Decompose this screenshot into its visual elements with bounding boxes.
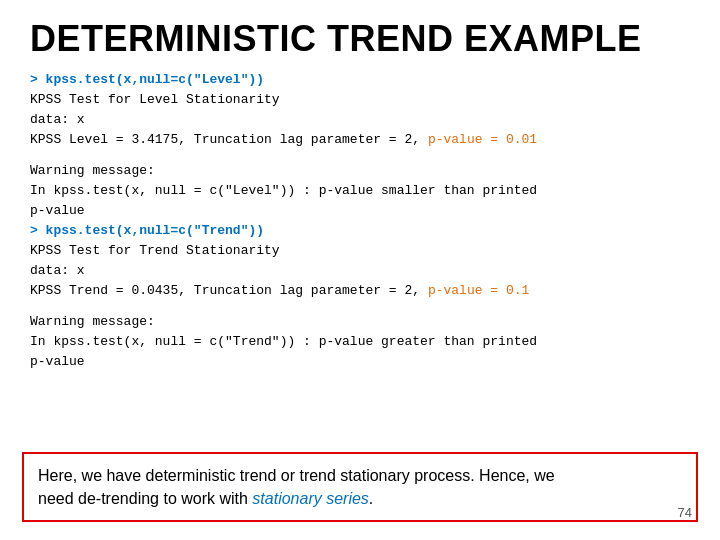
bottom-text-line2-end: . [369, 490, 373, 507]
page-number: 74 [678, 505, 692, 520]
warning1-line2: In kpss.test(x, null = c("Level")) : p-v… [30, 181, 690, 201]
warning1-line1: Warning message: [30, 161, 690, 181]
bottom-text-highlight: stationary series [252, 490, 369, 507]
code-section: > kpss.test(x,null=c("Level")) KPSS Test… [0, 70, 720, 372]
kpss-level-plain: KPSS Level = 3.4175, Truncation lag para… [30, 132, 428, 147]
kpss-trend-result: KPSS Trend = 0.0435, Truncation lag para… [30, 281, 690, 301]
data-line2: data: x [30, 261, 690, 281]
warning1-line3: p-value [30, 201, 690, 221]
data-line1: data: x [30, 110, 690, 130]
cmd1-line: > kpss.test(x,null=c("Level")) [30, 70, 690, 90]
cmd1: > kpss.test(x,null=c("Level")) [30, 72, 264, 87]
bottom-text-line2-plain: need de-trending to work with [38, 490, 252, 507]
kpss-level-header: KPSS Test for Level Stationarity [30, 90, 690, 110]
page-title: DETERMINISTIC TREND EXAMPLE [0, 0, 720, 70]
kpss-level-pval: p-value = 0.01 [428, 132, 537, 147]
bottom-box-text: Here, we have deterministic trend or tre… [38, 464, 682, 510]
kpss-trend-header: KPSS Test for Trend Stationarity [30, 241, 690, 261]
cmd2: > kpss.test(x,null=c("Trend")) [30, 223, 264, 238]
warning2-line2: In kpss.test(x, null = c("Trend")) : p-v… [30, 332, 690, 352]
kpss-trend-plain: KPSS Trend = 0.0435, Truncation lag para… [30, 283, 428, 298]
warning2-line1: Warning message: [30, 312, 690, 332]
kpss-level-result: KPSS Level = 3.4175, Truncation lag para… [30, 130, 690, 150]
bottom-box: Here, we have deterministic trend or tre… [22, 452, 698, 522]
kpss-trend-pval: p-value = 0.1 [428, 283, 529, 298]
bottom-text-line1: Here, we have deterministic trend or tre… [38, 467, 555, 484]
warning2-line3: p-value [30, 352, 690, 372]
cmd2-line: > kpss.test(x,null=c("Trend")) [30, 221, 690, 241]
